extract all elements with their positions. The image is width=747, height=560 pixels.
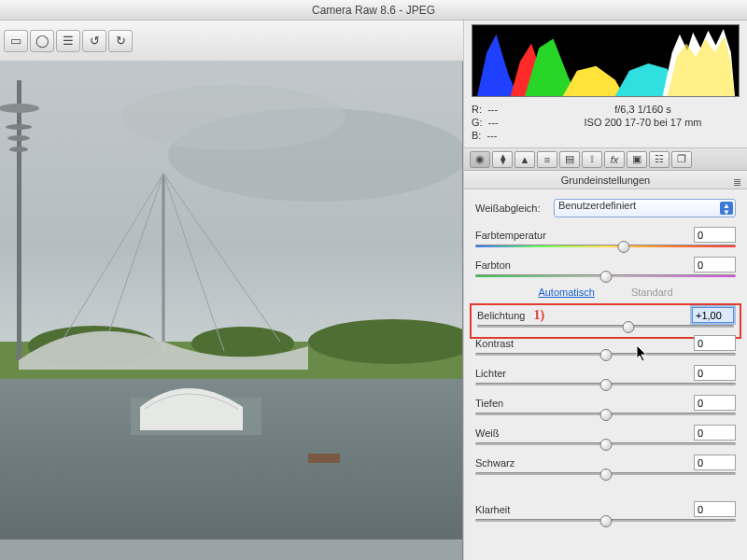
g-label: G: <box>472 117 483 128</box>
blacks-slider[interactable] <box>475 472 736 475</box>
window-title: Camera Raw 8.6 - JPEG <box>0 0 747 21</box>
whites-slider[interactable] <box>475 442 736 445</box>
contrast-input[interactable] <box>694 335 736 351</box>
chevron-updown-icon: ▲▼ <box>723 203 730 216</box>
contrast-label: Kontrast <box>475 338 514 349</box>
wb-value: Benutzerdefiniert <box>558 200 636 211</box>
highlights-label: Lichter <box>475 368 506 379</box>
tab-snapshots-icon[interactable]: ❐ <box>671 151 692 168</box>
tool-rotate-left-icon[interactable]: ↺ <box>82 30 106 52</box>
tool-rotate-right-icon[interactable]: ↻ <box>108 30 133 52</box>
slider-thumb[interactable] <box>599 409 612 421</box>
wb-select[interactable]: Benutzerdefiniert ▲▼ <box>554 199 736 217</box>
tool-rect-icon[interactable]: ▭ <box>4 30 28 52</box>
metadata-row: R: --- G: --- B: --- f/6,3 1/160 s ISO 2… <box>464 99 747 148</box>
svg-point-10 <box>6 124 32 130</box>
exif-line1: f/6,3 1/160 s <box>546 103 740 116</box>
contrast-slider[interactable] <box>475 353 736 356</box>
svg-point-13 <box>0 104 39 113</box>
temperature-label: Farbtemperatur <box>475 230 546 241</box>
tab-camera-icon[interactable]: ▣ <box>627 151 647 168</box>
svg-point-2 <box>121 85 345 150</box>
tab-basic-icon[interactable]: ◉ <box>470 151 490 168</box>
tint-label: Farbton <box>475 259 511 271</box>
auto-link[interactable]: Automatisch <box>538 287 595 298</box>
svg-rect-19 <box>308 454 340 463</box>
tab-split-icon[interactable]: ▤ <box>559 151 580 168</box>
annotation-marker: 1) <box>533 308 544 322</box>
clarity-slider[interactable] <box>475 519 736 522</box>
shadows-input[interactable] <box>694 395 736 411</box>
slider-thumb[interactable] <box>599 379 612 391</box>
blacks-input[interactable] <box>694 455 736 470</box>
slider-thumb[interactable] <box>599 515 612 527</box>
slider-thumb[interactable] <box>599 271 612 283</box>
svg-point-11 <box>7 135 30 141</box>
tool-circle-icon[interactable]: ◯ <box>30 30 54 52</box>
blacks-label: Schwarz <box>475 457 514 469</box>
top-toolbar: ▭ ◯ ☰ ↺ ↻ <box>0 21 463 62</box>
slider-thumb[interactable] <box>599 439 612 451</box>
highlights-input[interactable] <box>694 365 736 381</box>
exposure-input[interactable] <box>692 307 734 323</box>
tint-slider[interactable] <box>475 274 736 277</box>
panel-menu-icon[interactable]: ≣ <box>733 173 741 191</box>
histogram <box>472 24 740 97</box>
slider-thumb[interactable] <box>599 469 612 481</box>
panel-title: Grundeinstellungen ≣ <box>464 171 747 189</box>
exif-line2: ISO 200 17-70 bei 17 mm <box>546 116 740 129</box>
wb-label: Weißabgleich: <box>475 203 548 214</box>
b-label: B: <box>472 130 481 141</box>
slider-thumb[interactable] <box>618 241 630 253</box>
exposure-slider[interactable] <box>477 325 734 328</box>
shadows-slider[interactable] <box>475 413 736 415</box>
slider-thumb[interactable] <box>599 349 612 361</box>
whites-input[interactable] <box>694 425 736 441</box>
tint-input[interactable] <box>694 257 736 273</box>
tab-lens-icon[interactable]: ⟟ <box>582 151 602 168</box>
standard-link[interactable]: Standard <box>631 287 673 298</box>
clarity-input[interactable] <box>694 501 736 517</box>
tab-presets-icon[interactable]: ☷ <box>649 151 669 168</box>
tab-hsl-icon[interactable]: ≡ <box>537 151 557 168</box>
tool-list-icon[interactable]: ☰ <box>56 30 80 52</box>
shadows-label: Tiefen <box>475 398 503 409</box>
slider-thumb[interactable] <box>623 321 635 333</box>
tab-fx-icon[interactable]: fx <box>604 151 625 168</box>
tab-curve-icon[interactable]: ⧫ <box>492 151 513 168</box>
tab-detail-icon[interactable]: ▲ <box>514 151 535 168</box>
image-preview <box>0 62 463 560</box>
temperature-input[interactable] <box>694 227 736 243</box>
highlights-slider[interactable] <box>475 383 736 385</box>
svg-point-12 <box>9 147 28 152</box>
clarity-label: Klarheit <box>475 504 510 515</box>
panel-tabstrip: ◉ ⧫ ▲ ≡ ▤ ⟟ fx ▣ ☷ ❐ <box>464 148 747 171</box>
temperature-slider[interactable] <box>475 245 736 247</box>
exposure-label: Belichtung <box>477 310 525 321</box>
whites-label: Weiß <box>475 427 499 439</box>
svg-rect-9 <box>17 80 21 360</box>
r-label: R: <box>472 104 482 115</box>
